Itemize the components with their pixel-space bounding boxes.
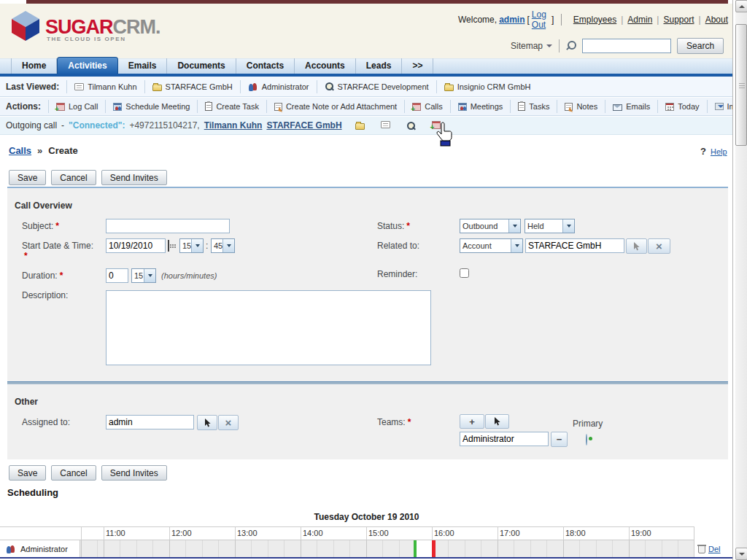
assigned-clear-button[interactable]: × (218, 415, 239, 430)
chevron-down-icon (515, 244, 519, 247)
about-link[interactable]: About (705, 15, 728, 25)
call-account-link[interactable]: STARFACE GmbH (266, 120, 341, 131)
chevron-down-icon (196, 244, 200, 247)
description-textarea[interactable] (106, 290, 431, 365)
last-viewed-item[interactable]: Insignio CRM GmbH (436, 80, 538, 93)
support-link[interactable]: Support (663, 15, 694, 25)
sugarcrm-cube-logo-icon (10, 9, 41, 42)
log-call-icon[interactable] (432, 121, 441, 129)
duration-minutes-select[interactable]: 15 (131, 268, 156, 283)
sitemap-link[interactable]: Sitemap (511, 41, 543, 51)
scheduled-call-slot (417, 540, 432, 557)
related-type-select[interactable]: Account (460, 238, 523, 253)
primary-team-radio[interactable] (586, 434, 587, 446)
dropdown-button (562, 219, 574, 233)
send-invites-button[interactable]: Send Invites (101, 465, 167, 481)
attendee-delete-link[interactable]: Del (698, 545, 721, 553)
related-name-input[interactable] (525, 238, 624, 253)
call-contact-link[interactable]: Tilmann Kuhn (204, 120, 263, 131)
call-end-marker (432, 540, 436, 557)
top-border (26, 0, 728, 4)
tab-documents[interactable]: Documents (167, 58, 236, 74)
send-invites-button[interactable]: Send Invites (101, 170, 167, 185)
scrollbar-thumb[interactable] (735, 24, 747, 146)
start-date-input[interactable] (106, 238, 166, 253)
help-link[interactable]: Help (711, 147, 727, 156)
action-calls[interactable]: Calls (404, 100, 449, 113)
save-button[interactable]: Save (9, 170, 46, 185)
vertical-scrollbar[interactable] (735, 0, 747, 560)
related-select-button[interactable] (626, 238, 647, 254)
team-add-button[interactable]: + (460, 414, 484, 429)
tab-accounts[interactable]: Accounts (295, 58, 356, 74)
save-button[interactable]: Save (9, 465, 46, 481)
action-notes[interactable]: Notes (557, 100, 605, 113)
start-hour-select[interactable]: 15 (179, 238, 204, 253)
meetings-icon (458, 103, 467, 111)
hour-label: 19:00 (631, 529, 651, 537)
create-note-icon (274, 103, 282, 111)
search-button[interactable]: Search (677, 38, 724, 54)
module-tab-bar: Home Activities Emails Documents Contact… (0, 58, 733, 74)
action-create-task[interactable]: Create Task (197, 100, 266, 113)
assigned-select-button[interactable] (197, 415, 217, 430)
call-status: "Connected": (69, 120, 125, 131)
action-today[interactable]: Today (657, 100, 706, 113)
section-title-call-overview: Call Overview (15, 201, 72, 211)
team-name-input[interactable] (460, 432, 549, 446)
action-emails[interactable]: Emails (605, 100, 657, 113)
search-scope-icon[interactable] (566, 40, 578, 52)
search-input[interactable] (582, 39, 671, 53)
tab-more[interactable]: >> (402, 58, 433, 74)
related-clear-button[interactable]: × (648, 238, 670, 254)
last-viewed-item[interactable]: Administrator (240, 80, 317, 93)
required-mark: * (60, 271, 63, 281)
notes-icon (565, 103, 573, 111)
assigned-to-input[interactable] (106, 415, 194, 429)
status-direction-select[interactable]: Outbound (460, 219, 521, 233)
bracket-close: ] (551, 15, 554, 25)
logout-link[interactable]: Log Out (532, 9, 549, 30)
tab-leads[interactable]: Leads (356, 58, 403, 74)
last-viewed-item[interactable]: Tilmann Kuhn (66, 80, 144, 93)
action-import-calls[interactable]: Import Calls (707, 100, 733, 113)
cancel-button[interactable]: Cancel (51, 465, 96, 481)
last-viewed-item[interactable]: STARFACE Development (317, 80, 436, 93)
help-box: ? Help (700, 146, 727, 157)
start-minute-select[interactable]: 45 (211, 238, 235, 253)
action-create-note[interactable]: Create Note or Add Attachment (266, 100, 404, 113)
call-start-marker (414, 540, 417, 557)
tab-emails[interactable]: Emails (118, 58, 168, 74)
action-log-call[interactable]: Log Call (48, 100, 105, 113)
action-meetings[interactable]: Meetings (450, 100, 511, 113)
action-schedule-meeting[interactable]: Schedule Meeting (105, 100, 197, 113)
admin-link[interactable]: Admin (627, 15, 652, 25)
tab-activities[interactable]: Activities (57, 57, 117, 74)
reminder-checkbox[interactable] (460, 268, 469, 278)
folder-icon[interactable] (355, 123, 365, 130)
employees-link[interactable]: Employees (573, 15, 616, 25)
chevron-down-icon (513, 225, 517, 228)
team-remove-button[interactable]: − (551, 432, 568, 447)
breadcrumb: Calls » Create (9, 145, 78, 156)
duration-hours-input[interactable] (106, 268, 128, 283)
team-select-button[interactable] (485, 414, 509, 429)
tab-contacts[interactable]: Contacts (236, 58, 295, 74)
breadcrumb-calls-link[interactable]: Calls (9, 145, 31, 156)
last-viewed-item[interactable]: STARFACE GmbH (144, 80, 240, 93)
status-select[interactable]: Held (525, 219, 575, 233)
detail-card-icon[interactable] (381, 121, 390, 128)
tab-home[interactable]: Home (11, 58, 57, 74)
cancel-button[interactable]: Cancel (51, 170, 96, 185)
scroll-up-button[interactable] (735, 0, 747, 12)
calendar-picker-icon[interactable] (168, 240, 169, 252)
section-divider (7, 381, 728, 384)
scroll-down-button[interactable] (735, 548, 747, 560)
arrow-up-icon (739, 5, 745, 8)
dropdown-button (508, 219, 520, 233)
chevron-down-icon (148, 274, 152, 277)
search-icon[interactable] (406, 121, 416, 131)
user-link[interactable]: admin (499, 15, 525, 25)
subject-input[interactable] (106, 219, 230, 233)
action-tasks[interactable]: Tasks (510, 100, 557, 113)
